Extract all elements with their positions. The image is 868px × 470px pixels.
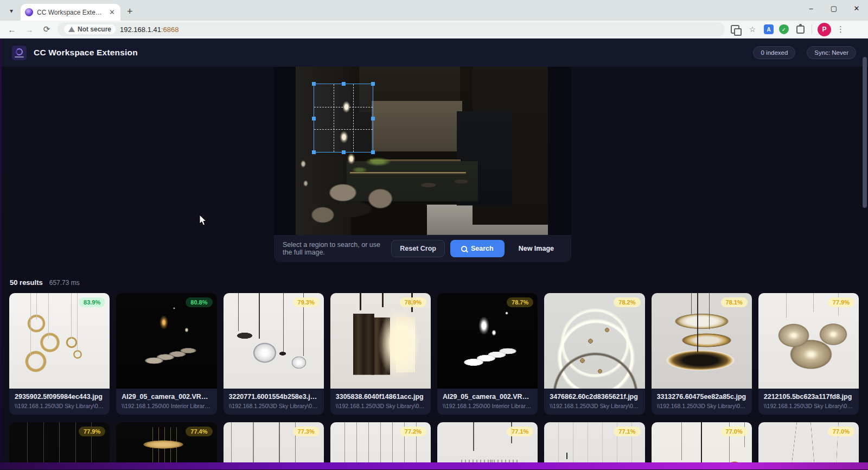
result-thumbnail[interactable]: 79.3%: [224, 293, 324, 389]
result-thumbnail[interactable]: 78.9%: [330, 293, 431, 389]
result-caption: 2935902.5f095984ec443.jpg\\192.168.1.250…: [9, 389, 110, 415]
crop-handle-se[interactable]: [371, 150, 375, 154]
not-secure-label: Not secure: [78, 26, 111, 33]
logo-micro-text: [15, 56, 24, 58]
results-time: 657.73 ms: [49, 279, 80, 287]
browser-tab[interactable]: CC Workspace Extension ✕: [21, 4, 120, 21]
score-badge: 78.9%: [400, 297, 426, 307]
crop-handle-nw[interactable]: [312, 82, 316, 86]
result-caption: 2212105.5bc623a117fd8.jpg\\192.168.1.250…: [758, 389, 859, 415]
score-badge: 78.1%: [721, 297, 748, 307]
new-tab-button[interactable]: +: [127, 7, 133, 16]
result-filename: 2212105.5bc623a117fd8.jpg: [764, 393, 853, 401]
results-count: 50 results: [10, 278, 43, 287]
score-badge: 83.9%: [79, 297, 105, 307]
bottom-purple-band: [0, 462, 868, 469]
result-filename: AI29_05_camera_002.VRayRefrac...: [122, 393, 211, 401]
scrollbar-thumb[interactable]: [863, 57, 867, 208]
not-secure-chip[interactable]: Not secure: [64, 24, 116, 34]
toolbar-divider: [812, 24, 812, 34]
crop-handle-e[interactable]: [371, 117, 375, 120]
crop-selection[interactable]: [314, 84, 373, 153]
result-card[interactable]: 80.8%AI29_05_camera_002.VRayRefrac...\\1…: [116, 293, 216, 415]
result-path: \\192.168.1.250\00 Interior Library\Ar..…: [122, 403, 211, 409]
result-thumbnail[interactable]: 78.1%: [652, 293, 752, 389]
search-button[interactable]: Search: [450, 240, 505, 257]
score-badge: 77.2%: [400, 427, 426, 436]
browser-tabstrip: ▾ CC Workspace Extension ✕ + – ▢ ✕: [0, 0, 868, 21]
address-bar[interactable]: Not secure 192.168.1.41:6868: [58, 22, 725, 36]
result-filename: 3305838.6040f14861acc.jpg: [336, 393, 425, 401]
score-badge: 77.1%: [614, 427, 640, 436]
result-card[interactable]: 83.9%2935902.5f095984ec443.jpg\\192.168.…: [9, 293, 110, 415]
score-badge: 77.0%: [828, 427, 854, 436]
profile-avatar[interactable]: P: [818, 23, 831, 36]
result-thumbnail[interactable]: 83.9%: [9, 293, 110, 389]
adblock-shield-icon[interactable]: ✓: [779, 24, 789, 34]
forward-icon[interactable]: →: [23, 23, 36, 36]
crop-gridline: [314, 107, 373, 107]
crop-gridline: [334, 84, 334, 152]
tab-search-chevron-icon[interactable]: ▾: [4, 4, 18, 18]
result-path: \\192.168.1.250\3D Sky Library\07_Lig...: [764, 403, 853, 409]
result-filename: 3220771.6001554b258e3.jpg: [229, 393, 318, 401]
preview-stage: [274, 67, 571, 235]
sync-badge[interactable]: Sync: Never: [807, 46, 856, 59]
tab-close-icon[interactable]: ✕: [108, 8, 116, 16]
result-path: \\192.168.1.250\3D Sky Library\07_Lig...: [550, 403, 639, 409]
result-thumbnail[interactable]: 78.2%: [544, 293, 644, 389]
score-badge: 77.1%: [507, 427, 533, 436]
result-thumbnail[interactable]: 77.9%: [758, 293, 859, 389]
score-badge: 77.0%: [721, 427, 748, 436]
result-card[interactable]: 77.9%2212105.5bc623a117fd8.jpg\\192.168.…: [758, 293, 859, 415]
page-content: CC Workspace Extension 0 indexed Sync: N…: [0, 39, 868, 469]
crop-handle-s[interactable]: [342, 150, 346, 154]
crop-handle-w[interactable]: [312, 117, 316, 120]
crop-gridline: [353, 84, 354, 152]
result-caption: 3313276.60475ee82a85c.jpg\\192.168.1.250…: [652, 389, 752, 415]
translate-extension-icon[interactable]: A: [764, 24, 774, 34]
result-caption: AI29_05_camera_002.VRayRefrac...\\192.16…: [116, 389, 216, 415]
result-path: \\192.168.1.250\3D Sky Library\07_Lig...: [15, 403, 104, 409]
app-logo: [12, 46, 27, 60]
result-card[interactable]: 79.3%3220771.6001554b258e3.jpg\\192.168.…: [224, 293, 324, 415]
browser-menu-icon[interactable]: ⋮: [837, 24, 845, 34]
results-meta: 50 results 657.73 ms: [10, 278, 868, 287]
toolbar-right-icons: ☆ A ✓ P ⋮: [729, 23, 845, 36]
left-edge-strip: [0, 39, 2, 469]
back-icon[interactable]: ←: [5, 23, 18, 36]
score-badge: 77.9%: [828, 297, 854, 307]
result-card[interactable]: 78.2%3476862.60c2d8365621f.jpg\\192.168.…: [544, 293, 644, 415]
preview-panel: Select a region to search, or use the fu…: [274, 67, 571, 262]
window-minimize-button[interactable]: –: [800, 0, 822, 16]
crop-gridline: [314, 129, 373, 130]
result-card[interactable]: 78.7%AI29_05_camera_002.VRayRefrac...\\1…: [437, 293, 538, 415]
search-icon: [461, 246, 467, 252]
translate-page-icon[interactable]: [731, 25, 739, 34]
crop-handle-sw[interactable]: [312, 150, 316, 154]
new-image-button[interactable]: New Image: [510, 240, 563, 257]
result-card[interactable]: 78.1%3313276.60475ee82a85c.jpg\\192.168.…: [652, 293, 752, 415]
window-maximize-button[interactable]: ▢: [822, 0, 845, 16]
reload-icon[interactable]: ⟳: [40, 23, 53, 36]
tab-favicon-icon: [25, 8, 33, 16]
result-card[interactable]: 78.9%3305838.6040f14861acc.jpg\\192.168.…: [330, 293, 431, 415]
mouse-cursor: [199, 214, 207, 226]
score-badge: 80.8%: [186, 297, 212, 307]
window-close-button[interactable]: ✕: [845, 0, 868, 16]
score-badge: 78.7%: [507, 297, 533, 307]
crop-handle-ne[interactable]: [371, 82, 375, 86]
reset-crop-button[interactable]: Reset Crop: [391, 240, 445, 257]
result-filename: 3476862.60c2d8365621f.jpg: [550, 393, 639, 401]
app-header: CC Workspace Extension 0 indexed Sync: N…: [0, 39, 868, 67]
extensions-puzzle-icon[interactable]: [796, 26, 805, 34]
result-thumbnail[interactable]: 80.8%: [116, 293, 216, 389]
page-title: CC Workspace Extension: [34, 48, 742, 58]
tab-title: CC Workspace Extension: [37, 9, 104, 16]
result-caption: 3305838.6040f14861acc.jpg\\192.168.1.250…: [330, 389, 431, 415]
crop-handle-n[interactable]: [342, 82, 346, 86]
bookmark-star-icon[interactable]: ☆: [746, 23, 758, 35]
result-thumbnail[interactable]: 78.7%: [437, 293, 538, 389]
result-filename: AI29_05_camera_002.VRayRefrac...: [443, 393, 532, 401]
crop-hint-text: Select a region to search, or use the fu…: [283, 241, 386, 256]
